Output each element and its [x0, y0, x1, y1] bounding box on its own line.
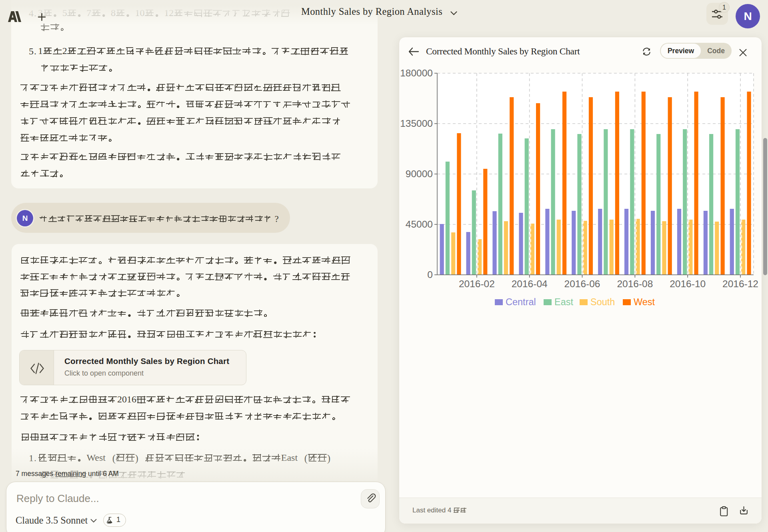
svg-text:Central: Central: [506, 297, 536, 307]
svg-text:2016-02: 2016-02: [459, 278, 495, 289]
svg-text:2016-04: 2016-04: [512, 278, 548, 289]
svg-text:West: West: [634, 297, 655, 307]
svg-text:135000: 135000: [400, 118, 433, 129]
svg-text:2016-12: 2016-12: [722, 278, 758, 289]
svg-text:South: South: [590, 297, 615, 307]
svg-text:90000: 90000: [406, 168, 433, 179]
svg-text:0: 0: [427, 269, 433, 280]
svg-text:East: East: [554, 297, 573, 307]
svg-text:2016-10: 2016-10: [670, 278, 706, 289]
svg-text:2016-08: 2016-08: [617, 278, 653, 289]
svg-text:45000: 45000: [406, 219, 433, 230]
svg-text:2016-06: 2016-06: [564, 278, 600, 289]
svg-text:180000: 180000: [400, 68, 433, 78]
